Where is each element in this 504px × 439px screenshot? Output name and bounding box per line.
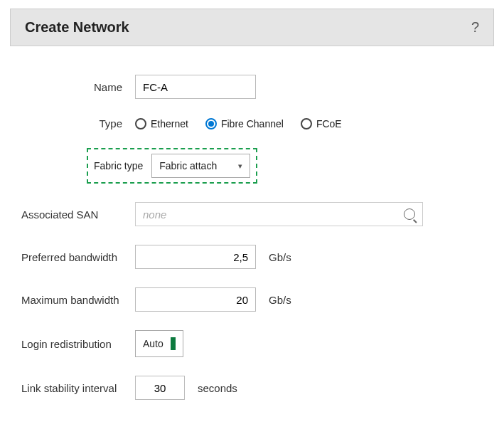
radio-ethernet[interactable]: Ethernet: [135, 118, 188, 129]
row-fabric-type: Fabric type Fabric attach ▾: [21, 148, 483, 184]
name-label: Name: [21, 81, 135, 93]
radio-label: FCoE: [316, 118, 342, 129]
login-redist-value: Auto: [143, 338, 163, 349]
maximum-bw-unit: Gb/s: [269, 294, 291, 306]
link-stability-input[interactable]: [135, 376, 185, 400]
maximum-bw-input[interactable]: [135, 287, 256, 312]
fabric-type-value: Fabric attach: [159, 160, 217, 171]
help-icon[interactable]: ?: [471, 19, 479, 36]
preferred-bw-label: Preferred bandwidth: [21, 251, 135, 263]
radio-label: Ethernet: [151, 118, 188, 129]
radio-fibre-channel[interactable]: Fibre Channel: [205, 118, 284, 129]
row-link-stability: Link stability interval seconds: [21, 376, 483, 400]
chevron-down-icon: ▾: [238, 162, 242, 171]
radio-icon: [135, 118, 146, 129]
maximum-bw-label: Maximum bandwidth: [21, 294, 135, 306]
fabric-type-label: Fabric type: [94, 160, 143, 171]
associated-san-label: Associated SAN: [21, 208, 135, 221]
radio-icon: [301, 118, 312, 129]
row-name: Name: [21, 75, 483, 99]
row-login-redist: Login redistribution Auto: [21, 330, 483, 357]
login-indicator-icon: [171, 337, 176, 350]
dialog-title: Create Network: [25, 19, 129, 36]
associated-san-input[interactable]: none: [135, 202, 423, 226]
radio-fcoe[interactable]: FCoE: [301, 118, 342, 129]
dialog-header: Create Network ?: [10, 9, 494, 46]
link-stability-unit: seconds: [198, 382, 237, 394]
associated-san-placeholder: none: [143, 208, 166, 221]
radio-icon: [205, 118, 217, 129]
fabric-type-highlight: Fabric type Fabric attach ▾: [87, 148, 257, 184]
fabric-type-select[interactable]: Fabric attach ▾: [151, 154, 250, 178]
form-body: Name Type Ethernet Fibre Channel FCoE Fa…: [0, 46, 504, 433]
preferred-bw-unit: Gb/s: [269, 251, 291, 263]
radio-label: Fibre Channel: [221, 118, 284, 129]
row-type: Type Ethernet Fibre Channel FCoE: [21, 117, 483, 129]
preferred-bw-input[interactable]: [135, 245, 256, 269]
row-maximum-bw: Maximum bandwidth Gb/s: [21, 287, 483, 312]
row-preferred-bw: Preferred bandwidth Gb/s: [21, 245, 483, 269]
name-input[interactable]: [135, 75, 256, 99]
type-label: Type: [21, 117, 135, 129]
row-associated-san: Associated SAN none: [21, 202, 483, 226]
search-icon[interactable]: [404, 208, 415, 220]
link-stability-label: Link stability interval: [21, 382, 135, 394]
login-redist-label: Login redistribution: [21, 338, 135, 350]
login-redist-select[interactable]: Auto: [135, 330, 183, 357]
